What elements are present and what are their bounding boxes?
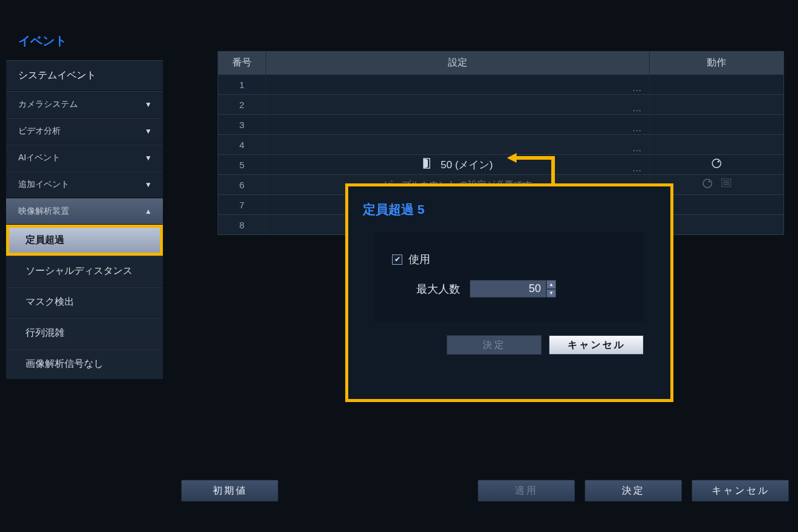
cell-number: 7 (218, 195, 266, 214)
sidebar-item-label: カメラシステム (18, 99, 78, 109)
sidebar-sub-mask[interactable]: マスク検出 (6, 287, 163, 318)
th-number: 番号 (218, 52, 266, 74)
cell-number: 6 (218, 175, 266, 194)
cell-setting: ... (266, 95, 650, 114)
sidebar-title: イベント (6, 24, 163, 60)
capacity-popup: 定員超過 5 ✔ 使用 最大人数 50 ▲ ▼ 決定 キャンセル (345, 183, 673, 402)
sidebar-item-label: ビデオ分析 (18, 126, 61, 135)
cell-action (650, 115, 783, 134)
cell-number: 4 (218, 135, 266, 154)
sidebar-item-label: AIイベント (18, 152, 60, 162)
door-icon (422, 158, 432, 172)
max-people-spinner[interactable]: 50 ▲ ▼ (470, 280, 556, 298)
cell-number: 8 (218, 215, 266, 234)
chevron-up-icon: ▲ (145, 207, 152, 216)
target-icon (702, 178, 713, 192)
popup-button-row: 決定 キャンセル (363, 335, 656, 355)
row5-setting-content: 50 (メイン) (422, 158, 493, 172)
reset-button[interactable]: 初期値 (181, 480, 278, 502)
sidebar-item-label: 画像解析信号なし (26, 358, 103, 369)
popup-title: 定員超過 5 (363, 201, 656, 218)
sidebar-item-label: 行列混雑 (26, 327, 64, 338)
sidebar-sub-social[interactable]: ソーシャルディスタンス (6, 256, 163, 287)
cell-number: 2 (218, 95, 266, 114)
popup-panel: ✔ 使用 最大人数 50 ▲ ▼ (375, 233, 644, 322)
sidebar-sub-nosignal[interactable]: 画像解析信号なし (6, 349, 163, 380)
svg-point-4 (703, 179, 712, 188)
checkbox-icon[interactable]: ✔ (392, 254, 402, 265)
th-setting: 設定 (266, 52, 650, 74)
sidebar-item-extra-event[interactable]: 追加イベント ▼ (6, 171, 163, 198)
row5-setting-text: 50 (メイン) (441, 158, 493, 172)
cell-action (650, 155, 783, 174)
more-icon: ... (633, 83, 642, 93)
svg-point-5 (709, 180, 710, 182)
svg-marker-1 (424, 159, 428, 168)
svg-point-2 (712, 159, 721, 168)
spinner-up-icon[interactable]: ▲ (546, 280, 556, 289)
more-icon: ... (633, 163, 642, 173)
popup-ok-button: 決定 (447, 335, 542, 355)
sidebar-item-label: マスク検出 (26, 296, 74, 307)
popup-cancel-button[interactable]: キャンセル (549, 335, 644, 355)
sidebar-item-label: 定員超過 (26, 234, 64, 245)
sidebar-item-ai-event[interactable]: AIイベント ▼ (6, 145, 163, 171)
apply-button: 適用 (478, 480, 575, 502)
max-people-row: 最大人数 50 ▲ ▼ (392, 280, 627, 298)
sidebar-item-system-event[interactable]: システムイベント (6, 60, 163, 91)
use-checkbox-row[interactable]: ✔ 使用 (392, 252, 627, 267)
cell-number: 1 (218, 75, 266, 94)
table-row[interactable]: 4 ... (218, 134, 783, 154)
chevron-down-icon: ▼ (145, 180, 152, 189)
chevron-down-icon: ▼ (145, 127, 152, 135)
table-row[interactable]: 1 ... (218, 74, 783, 94)
cell-action (650, 135, 783, 154)
chevron-down-icon: ▼ (145, 154, 152, 162)
sidebar-sub-queue[interactable]: 行列混雑 (6, 318, 163, 349)
cell-action (650, 75, 783, 94)
cancel-button[interactable]: キャンセル (692, 480, 789, 502)
cell-setting: ... (266, 115, 650, 134)
cell-action (650, 95, 783, 114)
cell-setting: ... (266, 75, 650, 94)
more-icon: ... (633, 103, 642, 113)
ok-button[interactable]: 決定 (585, 480, 682, 502)
sidebar-item-video-analyzer[interactable]: 映像解析装置 ▲ (6, 198, 163, 225)
table-row[interactable]: 3 ... (218, 114, 783, 134)
cell-setting: ... (266, 135, 650, 154)
sidebar-item-label: システムイベント (18, 70, 96, 80)
row6-action-content (702, 178, 731, 192)
table-row[interactable]: 5 50 (メイン) ... (218, 154, 783, 174)
sidebar: イベント システムイベント カメラシステム ▼ ビデオ分析 ▼ AIイベント ▼… (6, 24, 163, 380)
more-icon: ... (633, 123, 642, 133)
footer-button-bar: 初期値 適用 決定 キャンセル (181, 480, 789, 502)
sidebar-item-video-analysis[interactable]: ビデオ分析 ▼ (6, 118, 163, 145)
spinner-down-icon[interactable]: ▼ (546, 289, 556, 298)
sidebar-item-label: ソーシャルディスタンス (26, 265, 132, 276)
list-icon (721, 178, 731, 192)
spinner-buttons: ▲ ▼ (546, 280, 556, 298)
max-people-value[interactable]: 50 (470, 280, 546, 298)
svg-point-3 (718, 160, 720, 162)
cell-setting: 50 (メイン) ... (266, 155, 650, 174)
sidebar-item-label: 追加イベント (18, 179, 69, 189)
more-icon: ... (633, 143, 642, 153)
th-action: 動作 (650, 52, 783, 74)
max-people-label: 最大人数 (416, 282, 460, 296)
cell-number: 5 (218, 155, 266, 174)
sidebar-item-label: 映像解析装置 (18, 206, 69, 216)
row5-action-content (711, 158, 722, 172)
table-header: 番号 設定 動作 (218, 52, 783, 74)
sidebar-sub-capacity[interactable]: 定員超過 (6, 225, 163, 256)
sidebar-item-camera-system[interactable]: カメラシステム ▼ (6, 91, 163, 118)
use-label: 使用 (408, 252, 430, 267)
chevron-down-icon: ▼ (145, 100, 152, 109)
cell-number: 3 (218, 115, 266, 134)
table-row[interactable]: 2 ... (218, 94, 783, 114)
target-icon (711, 158, 722, 172)
